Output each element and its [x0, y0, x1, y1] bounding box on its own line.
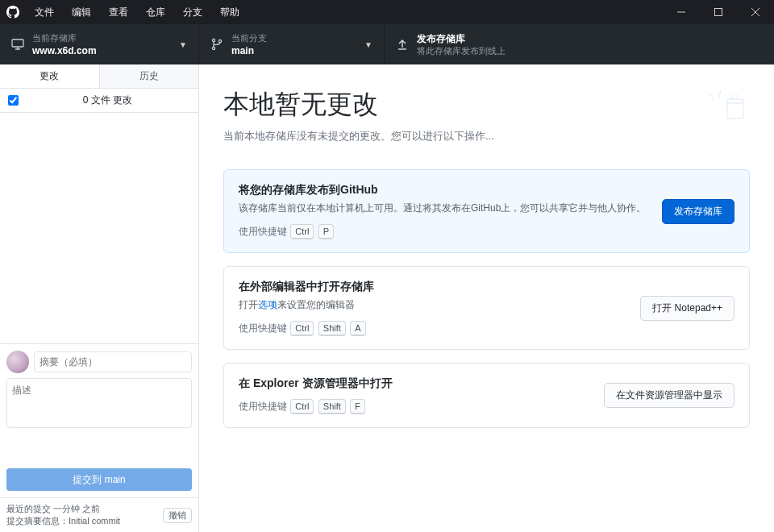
menu-edit[interactable]: 编辑	[63, 0, 100, 24]
kbd-key: A	[350, 321, 365, 336]
window-close-button[interactable]	[737, 0, 774, 24]
open-editor-card-desc: 打开选项来设置您的编辑器	[239, 297, 640, 313]
main-subtext: 当前本地存储库没有未提交的更改。您可以进行以下操作...	[223, 129, 750, 143]
options-link[interactable]: 选项	[258, 299, 277, 310]
current-branch-name: main	[231, 44, 267, 57]
tab-history[interactable]: 历史	[99, 64, 199, 88]
git-branch-icon	[210, 38, 223, 51]
svg-rect-5	[727, 99, 743, 118]
publish-card: 将您的存储库发布到GitHub 该存储库当前仅在本地计算机上可用。通过将其发布在…	[223, 169, 750, 253]
undo-button[interactable]: 撤销	[163, 508, 192, 523]
menu-view[interactable]: 查看	[100, 0, 137, 24]
chevron-down-icon: ▼	[364, 40, 372, 49]
kbd-key: F	[350, 399, 365, 414]
publish-card-desc: 该存储库当前仅在本地计算机上可用。通过将其发布在GitHub上，您可以共享它并与…	[239, 201, 662, 216]
current-repo-label: 当前存储库	[32, 32, 97, 44]
open-explorer-card: 在 Explorer 资源管理器中打开 使用快捷键 Ctrl Shift F 在…	[223, 363, 750, 428]
open-editor-card: 在外部编辑器中打开存储库 打开选项来设置您的编辑器 使用快捷键 Ctrl Shi…	[223, 266, 750, 350]
kbd-key: Shift	[318, 321, 346, 336]
svg-rect-1	[12, 39, 23, 47]
sidebar: 更改 历史 0 文件 更改 提交到 main 最近的提交 一分钟 之前 提交摘要…	[0, 64, 199, 532]
current-branch-selector[interactable]: 当前分支 main ▼	[199, 24, 385, 64]
menu-branch[interactable]: 分支	[174, 0, 211, 24]
monitor-icon	[11, 38, 24, 51]
menu-help[interactable]: 帮助	[211, 0, 248, 24]
select-all-checkbox[interactable]	[8, 95, 19, 106]
chevron-down-icon: ▼	[179, 40, 187, 49]
menu-repository[interactable]: 仓库	[137, 0, 174, 24]
main-panel: 本地暂无更改 当前本地存储库没有未提交的更改。您可以进行以下操作... 将您的存…	[199, 64, 774, 532]
open-editor-button[interactable]: 打开 Notepad++	[640, 296, 734, 321]
kbd-key: Ctrl	[290, 224, 314, 239]
open-explorer-card-hint: 使用快捷键 Ctrl Shift F	[239, 399, 604, 414]
main-heading: 本地暂无更改	[223, 87, 750, 123]
kbd-key: Shift	[318, 399, 346, 414]
publish-repository-button[interactable]: 发布存储库	[662, 199, 734, 224]
tab-changes[interactable]: 更改	[0, 64, 99, 88]
main-menu: 文件 编辑 查看 仓库 分支 帮助	[26, 0, 248, 24]
window-maximize-button[interactable]	[700, 0, 737, 24]
open-explorer-card-title: 在 Explorer 资源管理器中打开	[239, 376, 604, 391]
menu-file[interactable]: 文件	[26, 0, 63, 24]
github-logo-icon	[0, 6, 26, 19]
publish-card-hint: 使用快捷键 Ctrl P	[239, 224, 662, 239]
toolbar: 当前存储库 www.x6d.com ▼ 当前分支 main ▼ 发布存储库 将此…	[0, 24, 774, 64]
publish-repository-toolbar-button[interactable]: 发布存储库 将此存储库发布到线上	[385, 24, 774, 64]
svg-point-4	[218, 39, 221, 42]
svg-rect-0	[715, 9, 722, 16]
kbd-key: Ctrl	[290, 399, 314, 414]
last-commit-message: 提交摘要信息：Initial commit	[6, 515, 120, 527]
last-commit-footer: 最近的提交 一分钟 之前 提交摘要信息：Initial commit 撤销	[0, 497, 198, 532]
kbd-key: Ctrl	[290, 321, 314, 336]
changes-header: 0 文件 更改	[0, 89, 198, 113]
publish-title: 发布存储库	[417, 32, 506, 45]
kbd-key: P	[318, 224, 334, 239]
current-repository-selector[interactable]: 当前存储库 www.x6d.com ▼	[0, 24, 199, 64]
commit-description-input[interactable]	[6, 378, 192, 428]
svg-point-3	[212, 47, 214, 49]
commit-summary-input[interactable]	[34, 351, 192, 372]
open-editor-card-hint: 使用快捷键 Ctrl Shift A	[239, 321, 640, 336]
svg-point-2	[212, 39, 214, 41]
show-in-explorer-button[interactable]: 在文件资源管理器中显示	[604, 383, 734, 408]
commit-form: 提交到 main	[0, 343, 198, 497]
window-minimize-button[interactable]	[663, 0, 700, 24]
open-editor-card-title: 在外部编辑器中打开存储库	[239, 280, 640, 294]
publish-desc: 将此存储库发布到线上	[417, 45, 506, 57]
upload-icon	[396, 38, 409, 51]
last-commit-time: 最近的提交 一分钟 之前	[6, 503, 120, 515]
changes-count-label: 0 文件 更改	[25, 94, 190, 107]
titlebar: 文件 编辑 查看 仓库 分支 帮助	[0, 0, 774, 24]
empty-state-illustration	[693, 79, 758, 127]
avatar	[6, 351, 29, 373]
commit-button[interactable]: 提交到 main	[6, 468, 192, 491]
current-branch-label: 当前分支	[231, 32, 267, 44]
current-repo-name: www.x6d.com	[32, 44, 97, 57]
publish-card-title: 将您的存储库发布到GitHub	[239, 183, 662, 197]
